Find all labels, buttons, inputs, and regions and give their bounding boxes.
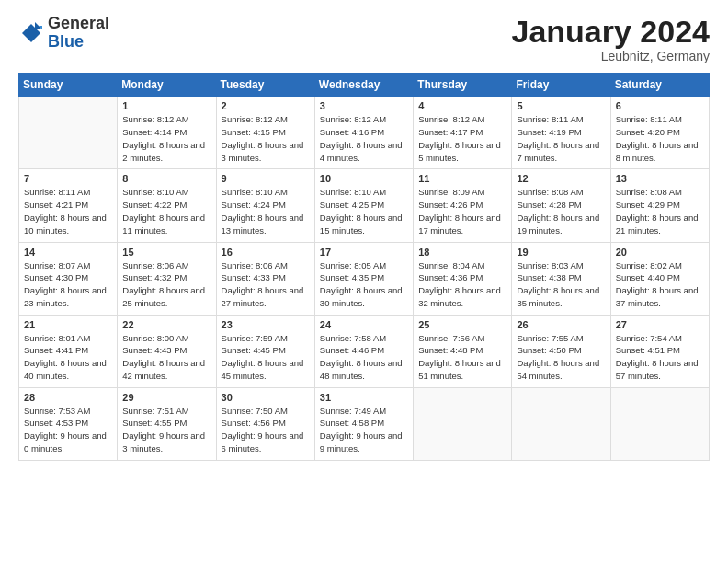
day-cell: 8Sunrise: 8:10 AMSunset: 4:22 PMDaylight… — [118, 169, 216, 242]
day-number: 16 — [222, 247, 310, 258]
day-cell: 13Sunrise: 8:08 AMSunset: 4:29 PMDayligh… — [610, 169, 709, 242]
day-cell: 19Sunrise: 8:03 AMSunset: 4:38 PMDayligh… — [512, 242, 610, 315]
day-detail: Sunrise: 8:10 AMSunset: 4:24 PMDaylight:… — [222, 187, 304, 235]
day-number: 6 — [616, 100, 704, 111]
day-detail: Sunrise: 8:11 AMSunset: 4:20 PMDaylight:… — [616, 114, 699, 162]
day-number: 5 — [517, 100, 605, 111]
day-detail: Sunrise: 8:05 AMSunset: 4:35 PMDaylight:… — [320, 260, 403, 308]
col-friday: Friday — [512, 74, 610, 97]
col-sunday: Sunday — [19, 74, 118, 97]
day-detail: Sunrise: 7:50 AMSunset: 4:56 PMDaylight:… — [222, 406, 304, 454]
day-detail: Sunrise: 8:11 AMSunset: 4:19 PMDaylight:… — [517, 114, 599, 162]
week-row-0: 1Sunrise: 8:12 AMSunset: 4:14 PMDaylight… — [19, 97, 710, 169]
day-number: 19 — [517, 247, 605, 258]
day-cell: 25Sunrise: 7:56 AMSunset: 4:48 PMDayligh… — [414, 315, 512, 387]
day-cell: 14Sunrise: 8:07 AMSunset: 4:30 PMDayligh… — [19, 242, 118, 315]
day-detail: Sunrise: 8:04 AMSunset: 4:36 PMDaylight:… — [418, 260, 501, 308]
day-cell: 7Sunrise: 8:11 AMSunset: 4:21 PMDaylight… — [19, 169, 118, 242]
day-cell: 16Sunrise: 8:06 AMSunset: 4:33 PMDayligh… — [216, 242, 314, 315]
day-number: 24 — [320, 319, 408, 330]
day-cell: 10Sunrise: 8:10 AMSunset: 4:25 PMDayligh… — [314, 169, 413, 242]
col-tuesday: Tuesday — [216, 74, 314, 97]
week-row-4: 28Sunrise: 7:53 AMSunset: 4:53 PMDayligh… — [19, 387, 710, 460]
day-number: 23 — [222, 319, 310, 330]
day-number: 13 — [616, 173, 704, 184]
day-cell: 23Sunrise: 7:59 AMSunset: 4:45 PMDayligh… — [216, 315, 314, 387]
day-number: 26 — [517, 319, 605, 330]
week-row-3: 21Sunrise: 8:01 AMSunset: 4:41 PMDayligh… — [19, 315, 710, 387]
day-cell: 18Sunrise: 8:04 AMSunset: 4:36 PMDayligh… — [414, 242, 512, 315]
logo-blue-text: Blue — [48, 32, 84, 51]
header-row: Sunday Monday Tuesday Wednesday Thursday… — [19, 74, 710, 97]
day-cell — [19, 97, 118, 169]
day-detail: Sunrise: 8:08 AMSunset: 4:28 PMDaylight:… — [517, 187, 599, 235]
day-detail: Sunrise: 8:08 AMSunset: 4:29 PMDaylight:… — [616, 187, 699, 235]
month-title: January 2024 — [512, 15, 711, 49]
day-cell: 6Sunrise: 8:11 AMSunset: 4:20 PMDaylight… — [610, 97, 709, 169]
header: General Blue January 2024 Leubnitz, Germ… — [18, 15, 710, 63]
day-number: 9 — [222, 173, 310, 184]
day-cell: 15Sunrise: 8:06 AMSunset: 4:32 PMDayligh… — [118, 242, 216, 315]
day-number: 17 — [320, 247, 408, 258]
day-cell: 5Sunrise: 8:11 AMSunset: 4:19 PMDaylight… — [512, 97, 610, 169]
day-detail: Sunrise: 8:00 AMSunset: 4:43 PMDaylight:… — [122, 333, 205, 381]
day-cell: 1Sunrise: 8:12 AMSunset: 4:14 PMDaylight… — [118, 97, 216, 169]
day-cell — [610, 387, 709, 460]
day-number: 28 — [24, 392, 112, 403]
day-detail: Sunrise: 8:10 AMSunset: 4:22 PMDaylight:… — [122, 187, 205, 235]
day-detail: Sunrise: 8:02 AMSunset: 4:40 PMDaylight:… — [616, 260, 699, 308]
col-monday: Monday — [118, 74, 216, 97]
day-number: 20 — [616, 247, 704, 258]
day-number: 15 — [122, 247, 210, 258]
day-number: 14 — [24, 247, 112, 258]
day-cell — [414, 387, 512, 460]
day-detail: Sunrise: 8:12 AMSunset: 4:14 PMDaylight:… — [122, 114, 205, 162]
day-cell: 12Sunrise: 8:08 AMSunset: 4:28 PMDayligh… — [512, 169, 610, 242]
day-number: 1 — [122, 100, 210, 111]
day-detail: Sunrise: 8:12 AMSunset: 4:15 PMDaylight:… — [222, 114, 304, 162]
week-row-2: 14Sunrise: 8:07 AMSunset: 4:30 PMDayligh… — [19, 242, 710, 315]
day-cell: 2Sunrise: 8:12 AMSunset: 4:15 PMDaylight… — [216, 97, 314, 169]
week-row-1: 7Sunrise: 8:11 AMSunset: 4:21 PMDaylight… — [19, 169, 710, 242]
calendar-table: Sunday Monday Tuesday Wednesday Thursday… — [18, 73, 710, 460]
col-saturday: Saturday — [610, 74, 709, 97]
col-wednesday: Wednesday — [314, 74, 413, 97]
day-cell: 3Sunrise: 8:12 AMSunset: 4:16 PMDaylight… — [314, 97, 413, 169]
day-cell: 21Sunrise: 8:01 AMSunset: 4:41 PMDayligh… — [19, 315, 118, 387]
day-detail: Sunrise: 7:49 AMSunset: 4:58 PMDaylight:… — [320, 406, 403, 454]
day-cell: 26Sunrise: 7:55 AMSunset: 4:50 PMDayligh… — [512, 315, 610, 387]
day-cell — [512, 387, 610, 460]
day-detail: Sunrise: 7:58 AMSunset: 4:46 PMDaylight:… — [320, 333, 403, 381]
day-cell: 31Sunrise: 7:49 AMSunset: 4:58 PMDayligh… — [314, 387, 413, 460]
day-detail: Sunrise: 7:54 AMSunset: 4:51 PMDaylight:… — [616, 333, 699, 381]
day-number: 27 — [616, 319, 704, 330]
day-detail: Sunrise: 8:12 AMSunset: 4:17 PMDaylight:… — [418, 114, 501, 162]
day-number: 21 — [24, 319, 112, 330]
day-cell: 11Sunrise: 8:09 AMSunset: 4:26 PMDayligh… — [414, 169, 512, 242]
day-number: 30 — [222, 392, 310, 403]
day-number: 7 — [24, 173, 112, 184]
day-number: 3 — [320, 100, 408, 111]
day-detail: Sunrise: 8:06 AMSunset: 4:33 PMDaylight:… — [222, 260, 304, 308]
page: General Blue January 2024 Leubnitz, Germ… — [0, 0, 728, 563]
day-number: 8 — [122, 173, 210, 184]
day-detail: Sunrise: 8:07 AMSunset: 4:30 PMDaylight:… — [24, 260, 107, 308]
title-block: January 2024 Leubnitz, Germany — [512, 15, 711, 63]
logo-general-text: General — [48, 14, 109, 32]
day-cell: 24Sunrise: 7:58 AMSunset: 4:46 PMDayligh… — [314, 315, 413, 387]
logo-icon — [18, 20, 44, 46]
day-number: 18 — [418, 247, 506, 258]
col-thursday: Thursday — [414, 74, 512, 97]
day-detail: Sunrise: 7:51 AMSunset: 4:55 PMDaylight:… — [122, 406, 205, 454]
day-number: 25 — [418, 319, 506, 330]
day-detail: Sunrise: 8:01 AMSunset: 4:41 PMDaylight:… — [24, 333, 107, 381]
day-number: 12 — [517, 173, 605, 184]
day-number: 29 — [122, 392, 210, 403]
location: Leubnitz, Germany — [512, 49, 711, 63]
day-cell: 28Sunrise: 7:53 AMSunset: 4:53 PMDayligh… — [19, 387, 118, 460]
day-number: 22 — [122, 319, 210, 330]
day-number: 11 — [418, 173, 506, 184]
day-detail: Sunrise: 8:03 AMSunset: 4:38 PMDaylight:… — [517, 260, 599, 308]
day-number: 10 — [320, 173, 408, 184]
day-number: 2 — [222, 100, 310, 111]
